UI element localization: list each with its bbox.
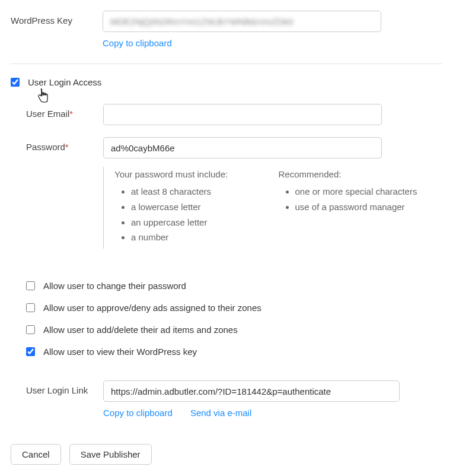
cancel-button[interactable]: Cancel — [11, 444, 61, 465]
user-login-link-input[interactable] — [103, 380, 400, 402]
user-login-access-label: User Login Access — [28, 77, 101, 87]
copy-login-link[interactable]: Copy to clipboard — [103, 408, 173, 418]
allow-add-delete-checkbox[interactable] — [26, 325, 35, 334]
send-login-link-email[interactable]: Send via e-mail — [190, 408, 251, 418]
allow-approve-deny-label: Allow user to approve/deny ads assigned … — [43, 303, 261, 313]
wordpress-key-label: WordPress Key — [11, 11, 103, 26]
allow-view-wpkey-label: Allow user to view their WordPress key — [43, 347, 197, 357]
password-input[interactable] — [103, 137, 382, 158]
wordpress-key-blurred-value: MDE2NjQ0N2RmYmI1ZWJkYWNlMzVmZDk0 — [110, 17, 293, 27]
save-publisher-button[interactable]: Save Publisher — [69, 444, 152, 465]
allow-change-password-checkbox[interactable] — [26, 281, 35, 290]
user-login-link-label: User Login Link — [26, 380, 103, 395]
password-rules: Your password must include: at least 8 c… — [103, 167, 442, 249]
pointer-cursor-icon — [37, 88, 50, 105]
password-rec-item: use of a password manager — [295, 201, 443, 214]
allow-view-wpkey-checkbox[interactable] — [26, 347, 35, 356]
copy-wordpress-key-link[interactable]: Copy to clipboard — [103, 38, 172, 48]
password-rule-item: a lowercase letter — [131, 201, 279, 214]
section-divider — [11, 64, 442, 64]
user-email-label: User Email* — [26, 104, 103, 119]
user-email-input[interactable] — [103, 104, 382, 125]
password-label: Password* — [26, 137, 103, 152]
password-rule-item: an uppercase letter — [131, 216, 279, 229]
allow-change-password-label: Allow user to change their password — [43, 281, 186, 291]
password-rule-item: a number — [131, 231, 279, 244]
password-rec-heading: Recommended: — [279, 169, 443, 179]
password-rec-item: one or more special characters — [295, 185, 443, 198]
user-login-access-checkbox[interactable] — [11, 78, 20, 87]
allow-approve-deny-checkbox[interactable] — [26, 303, 35, 312]
password-rule-item: at least 8 characters — [131, 185, 279, 198]
allow-add-delete-label: Allow user to add/delete their ad items … — [43, 325, 238, 335]
password-must-heading: Your password must include: — [114, 169, 279, 179]
wordpress-key-field[interactable]: MDE2NjQ0N2RmYmI1ZWJkYWNlMzVmZDk0 — [103, 11, 381, 32]
